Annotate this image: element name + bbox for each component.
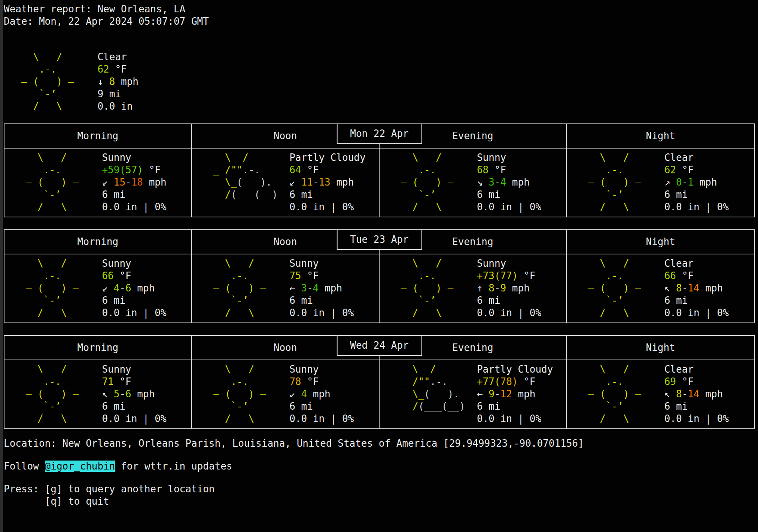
condition-text: Clear bbox=[664, 363, 729, 376]
precipitation-text: 0.0 in | 0% bbox=[664, 201, 729, 213]
precipitation-text: 0.0 in | 0% bbox=[102, 307, 166, 319]
condition-text: Partly Cloudy bbox=[289, 152, 366, 164]
visibility-text: 6 mi bbox=[477, 189, 541, 201]
condition-text: Clear bbox=[97, 51, 138, 63]
precipitation-text: 0.0 in | 0% bbox=[664, 413, 729, 425]
wind-text: ↓ 8 mph bbox=[97, 76, 138, 88]
period-header-morning: Morning bbox=[4, 124, 192, 148]
date-box: Tue 23 Apr bbox=[337, 229, 422, 250]
visibility-text: 6 mi bbox=[289, 400, 354, 413]
sunny-ascii-icon: \ / .-.― ( ) ― `-’ / \ bbox=[383, 152, 477, 213]
follow-line: Follow @igor_chubin for wttr.in updates bbox=[4, 460, 755, 473]
window-edge bbox=[0, 0, 3, 532]
forecast-cell-evening: \ / .-.― ( ) ― `-’ / \Sunny+73(77) °F↑ 8… bbox=[380, 254, 567, 322]
visibility-text: 6 mi bbox=[289, 294, 354, 307]
terminal-window[interactable]: Weather report: New Orleans, LA Date: Mo… bbox=[0, 0, 758, 532]
cell-text: Clear66 °F↖ 8-14 mph6 mi0.0 in | 0% bbox=[664, 257, 729, 319]
condition-text: Sunny bbox=[477, 257, 541, 270]
condition-text: Sunny bbox=[102, 257, 166, 270]
date-box: Mon 22 Apr bbox=[337, 123, 422, 144]
forecast-row: \ / .-.― ( ) ― `-’ / \Sunny71 °F↖ 5-6 mp… bbox=[4, 360, 754, 428]
wind-text: ↙ 4 mph bbox=[289, 388, 354, 400]
precipitation-text: 0.0 in | 0% bbox=[289, 201, 366, 213]
cell-text: Sunny71 °F↖ 5-6 mph6 mi0.0 in | 0% bbox=[102, 363, 166, 425]
partly-cloudy-ascii-icon: \ /_ /"".-. \_( ). /(___(__) bbox=[383, 363, 477, 425]
cell-text: Partly Cloudy+77(78) °F← 9-12 mph6 mi0.0… bbox=[477, 363, 553, 425]
forecast-cell-morning: \ / .-.― ( ) ― `-’ / \Sunny71 °F↖ 5-6 mp… bbox=[4, 360, 192, 428]
cell-text: Clear62 °F↓ 8 mph9 mi0.0 in bbox=[97, 51, 138, 113]
wind-text: ↙ 11-13 mph bbox=[289, 176, 366, 189]
visibility-text: 6 mi bbox=[102, 294, 166, 307]
condition-text: Sunny bbox=[477, 152, 541, 164]
forecast-cell-night: \ / .-.― ( ) ― `-’ / \Clear66 °F↖ 8-14 m… bbox=[567, 254, 754, 322]
wind-text: ↗ 0-1 mph bbox=[664, 176, 729, 189]
visibility-text: 6 mi bbox=[102, 189, 166, 201]
cell-text: Sunny+73(77) °F↑ 8-9 mph6 mi0.0 in | 0% bbox=[477, 257, 541, 319]
forecast-cell-noon: \ /_ /"".-. \_( ). /(___(__)Partly Cloud… bbox=[192, 149, 380, 217]
condition-text: Sunny bbox=[289, 257, 354, 270]
wind-text: ← 9-12 mph bbox=[477, 388, 553, 400]
forecast-day: Wed 24 AprMorningNoonEveningNight \ / .-… bbox=[4, 335, 755, 429]
precipitation-text: 0.0 in | 0% bbox=[289, 413, 354, 425]
temperature-text: 64 °F bbox=[289, 164, 366, 176]
cell-text: Clear62 °F↗ 0-1 mph6 mi0.0 in | 0% bbox=[664, 152, 729, 213]
sunny-ascii-icon: \ / .-.― ( ) ― `-’ / \ bbox=[8, 257, 102, 319]
cell-text: Partly Cloudy64 °F↙ 11-13 mph6 mi0.0 in … bbox=[289, 152, 366, 213]
cell-text: Sunny+59(57) °F↙ 15-18 mph6 mi0.0 in | 0… bbox=[102, 152, 166, 213]
visibility-text: 6 mi bbox=[477, 400, 553, 413]
visibility-text: 6 mi bbox=[664, 400, 729, 413]
period-header-night: Night bbox=[567, 124, 754, 148]
period-header-night: Night bbox=[567, 230, 754, 254]
cell-text: Clear69 °F↖ 8-14 mph6 mi0.0 in | 0% bbox=[664, 363, 729, 425]
period-header-morning: Morning bbox=[4, 336, 192, 360]
forecast-row: \ / .-.― ( ) ― `-’ / \Sunny66 °F↙ 4-6 mp… bbox=[4, 254, 754, 322]
date-box: Wed 24 Apr bbox=[337, 335, 422, 356]
cell-text: Sunny78 °F↙ 4 mph6 mi0.0 in | 0% bbox=[289, 363, 354, 425]
visibility-text: 6 mi bbox=[289, 189, 366, 201]
forecast-cell-evening: \ / .-.― ( ) ― `-’ / \Sunny68 °F↘ 3-4 mp… bbox=[380, 149, 567, 217]
condition-text: Clear bbox=[664, 257, 729, 270]
visibility-text: 6 mi bbox=[664, 189, 729, 201]
sunny-ascii-icon: \ / .-.― ( ) ― `-’ / \ bbox=[8, 152, 102, 213]
condition-text: Clear bbox=[664, 152, 729, 164]
cell-text: Sunny68 °F↘ 3-4 mph6 mi0.0 in | 0% bbox=[477, 152, 541, 213]
precipitation-text: 0.0 in | 0% bbox=[102, 413, 166, 425]
precipitation-text: 0.0 in | 0% bbox=[664, 307, 729, 319]
wind-text: ↖ 5-6 mph bbox=[102, 388, 166, 400]
condition-text: Sunny bbox=[102, 152, 166, 164]
wind-text: ↑ 8-9 mph bbox=[477, 282, 541, 294]
period-header-morning: Morning bbox=[4, 230, 192, 254]
precipitation-text: 0.0 in | 0% bbox=[102, 201, 166, 213]
temperature-text: 66 °F bbox=[664, 270, 729, 282]
sunny-ascii-icon: \ / .-.― ( ) ― `-’ / \ bbox=[8, 363, 102, 425]
wind-text: ↙ 15-18 mph bbox=[102, 176, 166, 189]
forecast-row: \ / .-.― ( ) ― `-’ / \Sunny+59(57) °F↙ 1… bbox=[4, 149, 754, 217]
sunny-ascii-icon: \ / .-.― ( ) ― `-’ / \ bbox=[570, 257, 664, 319]
wind-text: ↖ 8-14 mph bbox=[664, 388, 729, 400]
sunny-ascii-icon: \ / .-.― ( ) ― `-’ / \ bbox=[570, 363, 664, 425]
location-line: Location: New Orleans, Orleans Parish, L… bbox=[4, 437, 755, 450]
period-header-night: Night bbox=[567, 336, 754, 360]
precipitation-text: 0.0 in | 0% bbox=[289, 307, 354, 319]
temperature-text: 68 °F bbox=[477, 164, 541, 176]
temperature-text: +77(78) °F bbox=[477, 376, 553, 388]
temperature-text: 66 °F bbox=[102, 270, 166, 282]
press-hint-quit: [q] to quit bbox=[4, 495, 755, 508]
forecast-days: Mon 22 AprMorningNoonEveningNight \ / .-… bbox=[4, 123, 755, 429]
precipitation-text: 0.0 in | 0% bbox=[477, 201, 541, 213]
weather-report: Weather report: New Orleans, LA Date: Mo… bbox=[4, 3, 755, 508]
forecast-day: Mon 22 AprMorningNoonEveningNight \ / .-… bbox=[4, 123, 755, 217]
forecast-cell-evening: \ /_ /"".-. \_( ). /(___(__)Partly Cloud… bbox=[380, 360, 567, 428]
press-hint-query: Press: [g] to query another location bbox=[4, 483, 755, 495]
condition-text: Sunny bbox=[289, 363, 354, 376]
sunny-ascii-icon: \ / .-.― ( ) ― `-’ / \ bbox=[196, 257, 289, 319]
visibility-text: 9 mi bbox=[97, 88, 138, 100]
forecast-cell-morning: \ / .-.― ( ) ― `-’ / \Sunny+59(57) °F↙ 1… bbox=[4, 149, 192, 217]
wind-text: ↖ 8-14 mph bbox=[664, 282, 729, 294]
forecast-cell-night: \ / .-.― ( ) ― `-’ / \Clear62 °F↗ 0-1 mp… bbox=[567, 149, 754, 217]
temperature-text: +59(57) °F bbox=[102, 164, 166, 176]
temperature-text: +73(77) °F bbox=[477, 270, 541, 282]
condition-text: Partly Cloudy bbox=[477, 363, 553, 376]
current-conditions: \ / .-.― ( ) ― `-’ / \Clear62 °F↓ 8 mph9… bbox=[4, 51, 755, 113]
precipitation-text: 0.0 in | 0% bbox=[477, 307, 541, 319]
